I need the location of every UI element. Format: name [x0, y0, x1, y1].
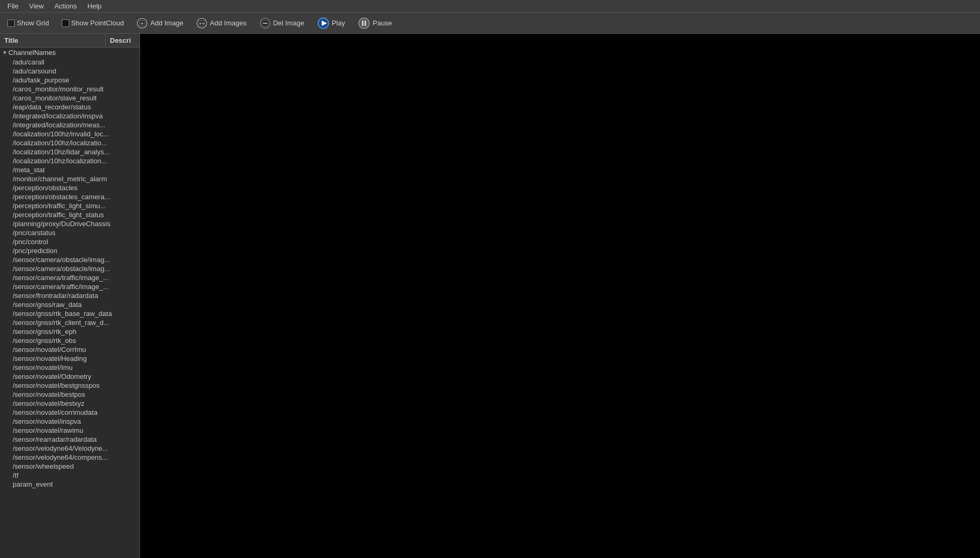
- channel-list: /adu/carall/adu/carsound/adu/task_purpos…: [0, 58, 139, 489]
- play-button[interactable]: Play: [314, 15, 348, 31]
- channel-item[interactable]: /adu/task_purpose: [0, 76, 139, 85]
- channel-item[interactable]: /sensor/camera/traffic/image_...: [0, 273, 139, 282]
- tree-view[interactable]: ▼ ChannelNames /adu/carall/adu/carsound/…: [0, 48, 139, 558]
- add-images-label: Add Images: [210, 19, 246, 27]
- show-pointcloud-toggle[interactable]: Show PointCloud: [59, 17, 127, 29]
- channel-item[interactable]: /sensor/camera/traffic/image_...: [0, 282, 139, 291]
- channel-item[interactable]: /meta_stat: [0, 165, 139, 174]
- add-images-icon: ++: [196, 17, 208, 29]
- channel-item[interactable]: /sensor/novatel/bestgnsspos: [0, 381, 139, 390]
- tree-arrow-icon: ▼: [2, 50, 8, 55]
- col-title-header: Title: [0, 34, 106, 46]
- col-desc-header: Descri: [106, 34, 135, 46]
- channel-item[interactable]: /sensor/velodyne64/compens...: [0, 453, 139, 462]
- menu-file[interactable]: File: [2, 1, 24, 11]
- tree-root-channelnames[interactable]: ▼ ChannelNames: [0, 48, 139, 58]
- channel-item[interactable]: /adu/carsound: [0, 67, 139, 76]
- channel-item[interactable]: /monitor/channel_metric_alarm: [0, 174, 139, 183]
- play-label: Play: [332, 19, 345, 27]
- channel-item[interactable]: /sensor/frontradar/radardata: [0, 291, 139, 300]
- channel-item[interactable]: /localization/10hz/localization...: [0, 156, 139, 165]
- channel-item[interactable]: /sensor/gnss/rtk_base_raw_data: [0, 309, 139, 318]
- menu-help[interactable]: Help: [82, 1, 107, 11]
- channel-item[interactable]: /sensor/novatel/CorrImu: [0, 345, 139, 354]
- channel-item[interactable]: /caros_monitor/monitor_result: [0, 85, 139, 94]
- main-area: Title Descri ▼ ChannelNames /adu/carall/…: [0, 34, 980, 558]
- channel-item[interactable]: /localization/100hz/invalid_loc...: [0, 129, 139, 138]
- channel-item[interactable]: /sensor/novatel/Imu: [0, 363, 139, 372]
- del-image-icon: [259, 17, 271, 29]
- channel-item[interactable]: /planning/proxy/DuDriveChassis: [0, 219, 139, 228]
- channel-item[interactable]: /eap/data_recorder/status: [0, 103, 139, 111]
- svg-rect-13: [365, 21, 366, 26]
- pause-icon: [358, 17, 370, 30]
- channel-item[interactable]: /localization/10hz/lidar_analys...: [0, 147, 139, 156]
- channel-item[interactable]: /sensor/gnss/rtk_eph: [0, 327, 139, 336]
- menu-view[interactable]: View: [24, 1, 49, 11]
- svg-point-11: [359, 18, 369, 29]
- channel-item[interactable]: /sensor/gnss/rtk_client_raw_d...: [0, 318, 139, 327]
- channel-item[interactable]: /sensor/gnss/raw_data: [0, 300, 139, 309]
- channel-item[interactable]: /sensor/novatel/rawimu: [0, 426, 139, 435]
- channel-item[interactable]: /perception/traffic_light_status: [0, 210, 139, 219]
- svg-text:++: ++: [199, 21, 205, 26]
- channel-item[interactable]: /pnc/control: [0, 237, 139, 246]
- channel-item[interactable]: /sensor/novatel/Heading: [0, 354, 139, 363]
- channel-item[interactable]: /sensor/novatel/Odometry: [0, 372, 139, 381]
- pause-button[interactable]: Pause: [354, 15, 395, 31]
- channel-item[interactable]: param_event: [0, 480, 139, 489]
- viewport-canvas: [140, 34, 980, 558]
- add-image-label: Add Image: [150, 19, 183, 27]
- channel-item[interactable]: /perception/traffic_light_simu...: [0, 201, 139, 210]
- channel-item[interactable]: /sensor/camera/obstacle/imag...: [0, 264, 139, 273]
- channel-item[interactable]: /pnc/prediction: [0, 246, 139, 255]
- pause-label: Pause: [372, 19, 392, 27]
- channel-item[interactable]: /sensor/velodyne64/Velodyne...: [0, 444, 139, 453]
- show-pointcloud-checkbox-icon: [62, 20, 69, 27]
- channel-item[interactable]: /perception/obstacles: [0, 183, 139, 192]
- channel-item[interactable]: /integrated/localization/inspva: [0, 111, 139, 120]
- channel-item[interactable]: /sensor/novatel/inspva: [0, 417, 139, 426]
- show-grid-toggle[interactable]: Show Grid: [4, 17, 52, 29]
- channel-item[interactable]: /pnc/carstatus: [0, 228, 139, 237]
- channel-item[interactable]: /sensor/wheelspeed: [0, 462, 139, 471]
- play-icon: [317, 17, 330, 30]
- del-image-label: Del Image: [273, 19, 304, 27]
- channel-item[interactable]: /sensor/camera/obstacle/imag...: [0, 255, 139, 264]
- channel-item[interactable]: /perception/obstacles_camera...: [0, 192, 139, 201]
- svg-rect-12: [362, 21, 363, 26]
- channel-item[interactable]: /tf: [0, 471, 139, 480]
- channel-item[interactable]: /adu/carall: [0, 58, 139, 67]
- svg-text:+: +: [141, 21, 144, 26]
- left-panel: Title Descri ▼ ChannelNames /adu/carall/…: [0, 34, 140, 558]
- channel-item[interactable]: /sensor/novatel/bestpos: [0, 390, 139, 399]
- del-image-button[interactable]: Del Image: [256, 16, 307, 31]
- add-image-button[interactable]: + Add Image: [133, 16, 186, 31]
- channel-item[interactable]: /sensor/rearradar/radardata: [0, 435, 139, 444]
- channel-item[interactable]: /localization/100hz/localizatio...: [0, 138, 139, 147]
- toolbar: Show Grid Show PointCloud + Add Image ++…: [0, 13, 980, 34]
- menubar: File View Actions Help: [0, 0, 980, 13]
- channel-item[interactable]: /caros_monitor/slave_result: [0, 94, 139, 103]
- add-images-button[interactable]: ++ Add Images: [193, 16, 249, 31]
- channel-item[interactable]: /sensor/novatel/corrimudata: [0, 408, 139, 417]
- channel-item[interactable]: /integrated/localization/meas...: [0, 120, 139, 129]
- add-image-icon: +: [136, 17, 148, 29]
- show-pointcloud-label: Show PointCloud: [71, 19, 124, 27]
- table-header: Title Descri: [0, 34, 139, 48]
- show-grid-label: Show Grid: [17, 19, 49, 27]
- channel-item[interactable]: /sensor/novatel/bestxyz: [0, 399, 139, 408]
- tree-root-label: ChannelNames: [8, 49, 56, 57]
- show-grid-checkbox-icon: [7, 20, 15, 27]
- menu-actions[interactable]: Actions: [49, 1, 82, 11]
- channel-item[interactable]: /sensor/gnss/rtk_obs: [0, 336, 139, 345]
